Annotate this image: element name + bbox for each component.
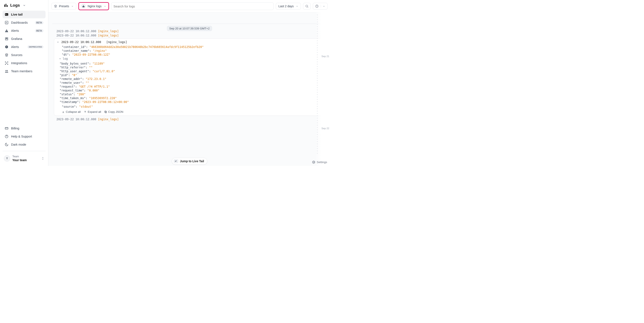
team-switcher[interactable]: Y Team Your team xyxy=(2,154,46,163)
sidebar-item-alerts[interactable]: Alerts BETA xyxy=(2,27,46,35)
log-view[interactable]: Sep 20 at 10:07:39.539 GMT+2 2023-09-22 … xyxy=(48,13,330,166)
search-field[interactable] xyxy=(111,2,274,10)
svg-point-11 xyxy=(8,62,8,62)
timestamp-pill: Sep 20 at 10:07:39.539 GMT+2 xyxy=(167,26,212,31)
beta-badge: BETA xyxy=(35,29,44,33)
collapse-all-button[interactable]: Collapse all xyxy=(62,110,81,113)
json-field[interactable]: "request": "GET /?4 HTTP/1.1" xyxy=(60,85,322,89)
sources-icon xyxy=(5,53,8,57)
svg-rect-16 xyxy=(5,127,8,129)
svg-rect-1 xyxy=(6,4,6,7)
svg-point-22 xyxy=(314,162,314,163)
sidebar-item-label: Grafana xyxy=(11,37,22,41)
expanded-log-card: 2023-09-22 10:06:12.000 [nginx_logs] "co… xyxy=(54,38,325,116)
beta-badge: BETA xyxy=(35,21,44,24)
sidebar-item-dashboards[interactable]: Dashboards BETA xyxy=(2,19,46,27)
people-icon xyxy=(5,69,8,73)
log-line[interactable]: 2023-09-22 10:06:12.000 [nginx_logs] xyxy=(52,117,327,121)
sidebar-item-help[interactable]: Help & Support xyxy=(2,133,46,140)
expand-all-button[interactable]: Expand all xyxy=(84,110,101,113)
layers-icon xyxy=(54,5,57,8)
source-label: Nginx logs xyxy=(88,5,101,8)
presets-button[interactable]: Presets xyxy=(51,3,76,10)
primary-nav: Live tail Dashboards BETA Alerts BETA Gr… xyxy=(2,11,46,75)
json-field[interactable]: "request_time": "0.000" xyxy=(60,89,322,92)
sidebar-item-grafana[interactable]: Grafana xyxy=(2,35,46,43)
presets-label: Presets xyxy=(59,5,69,8)
svg-rect-6 xyxy=(7,38,8,39)
log-subgroup-label: log xyxy=(62,57,68,60)
svg-point-15 xyxy=(7,70,8,71)
brand-switcher[interactable]: Logs xyxy=(2,2,46,11)
chevron-down-icon xyxy=(104,5,106,8)
grafana-icon xyxy=(5,37,8,41)
sidebar-item-label: Billing xyxy=(11,127,20,130)
json-field[interactable]: "http_referrer": "" xyxy=(60,66,322,69)
warning-icon xyxy=(5,29,8,33)
svg-point-18 xyxy=(306,5,308,7)
sidebar-item-alerts-deprecated[interactable]: Alerts DEPRECATED xyxy=(2,43,46,51)
sidebar-item-label: Team members xyxy=(11,70,32,73)
sidebar-item-team-members[interactable]: Team members xyxy=(2,67,46,75)
svg-rect-3 xyxy=(5,13,8,16)
json-field[interactable]: "remote_addr": "172.23.0.1" xyxy=(60,77,322,81)
integrations-icon xyxy=(5,61,8,65)
chevron-down-icon xyxy=(23,4,26,7)
json-field[interactable]: "timestamp": "2023-09-22T08:06:12+00:00" xyxy=(60,100,322,104)
info-icon xyxy=(5,45,8,49)
search-input[interactable] xyxy=(114,5,272,8)
svg-point-12 xyxy=(5,64,6,65)
help-icon xyxy=(5,135,8,138)
log-timestamp: 2023-09-22 10:06:12.000 xyxy=(61,40,101,44)
search-submit-button[interactable] xyxy=(303,3,311,10)
json-field[interactable]: "http_user_agent": "curl/7.81.0" xyxy=(60,69,322,73)
chevron-down-icon xyxy=(296,5,298,8)
json-field[interactable]: "remote_user": "" xyxy=(60,81,322,85)
sidebar: Logs Live tail Dashboards BETA Alerts BE… xyxy=(0,0,48,166)
moon-icon xyxy=(5,143,8,146)
json-field[interactable]: "status": "200" xyxy=(60,92,322,96)
chevron-down-icon xyxy=(321,5,325,8)
brand-title: Logs xyxy=(10,3,20,8)
sidebar-item-label: Dashboards xyxy=(11,21,28,24)
collapse-toggle[interactable] xyxy=(57,41,60,43)
svg-point-13 xyxy=(8,64,8,65)
keyboard-key-icon: ↵ xyxy=(174,159,178,163)
clock-icon xyxy=(315,5,318,8)
sidebar-item-label: Live tail xyxy=(11,13,22,16)
json-field[interactable]: "time_taken_ms": "1695369972.228" xyxy=(60,96,322,100)
sidebar-item-label: Sources xyxy=(11,53,22,57)
sidebar-item-billing[interactable]: Billing xyxy=(2,125,46,132)
time-picker-button[interactable] xyxy=(313,3,328,10)
log-line[interactable]: 2023-09-22 10:06:12.000 [nginx_logs] xyxy=(52,33,327,38)
svg-point-10 xyxy=(5,62,6,62)
chevron-down-icon xyxy=(71,5,74,8)
json-field[interactable]: "source": "stdout" xyxy=(62,105,322,109)
sidebar-item-label: Dark mode xyxy=(11,143,26,146)
sidebar-item-live-tail[interactable]: Live tail xyxy=(2,11,46,18)
svg-rect-7 xyxy=(5,39,8,40)
sidebar-item-sources[interactable]: Sources xyxy=(2,51,46,59)
jump-to-live-tail-button[interactable]: ↵ Jump to Live Tail xyxy=(172,158,207,165)
timerange-label: Last 2 days xyxy=(278,5,294,8)
json-field[interactable]: "body_bytes_sent": "11109" xyxy=(60,62,322,66)
copy-json-button[interactable]: Copy JSON xyxy=(104,110,123,113)
svg-rect-2 xyxy=(7,5,8,7)
topbar: Presets Nginx logs Last 2 days xyxy=(48,0,330,13)
sidebar-item-integrations[interactable]: Integrations xyxy=(2,59,46,67)
log-subgroup-toggle[interactable]: log xyxy=(57,57,322,61)
jump-label: Jump to Live Tail xyxy=(180,159,204,163)
gear-icon xyxy=(312,161,316,164)
json-field[interactable]: "container_name": "/nginx" xyxy=(62,49,322,53)
log-source: [nginx_logs] xyxy=(106,40,127,44)
json-field[interactable]: "container_id": "466300b064dd2a30a58821b… xyxy=(62,45,322,49)
terminal-icon xyxy=(5,13,8,17)
json-field[interactable]: "pid": "8" xyxy=(60,73,322,77)
sidebar-item-label: Help & Support xyxy=(11,135,32,138)
json-field[interactable]: "dt": "2023-09-22T08:06:12Z" xyxy=(62,53,322,57)
settings-button[interactable]: Settings xyxy=(312,161,327,164)
source-select-button[interactable]: Nginx logs xyxy=(78,2,109,10)
sidebar-item-label: Alerts xyxy=(11,45,19,49)
timerange-button[interactable]: Last 2 days xyxy=(276,3,301,10)
sidebar-item-dark-mode[interactable]: Dark mode xyxy=(2,141,46,148)
